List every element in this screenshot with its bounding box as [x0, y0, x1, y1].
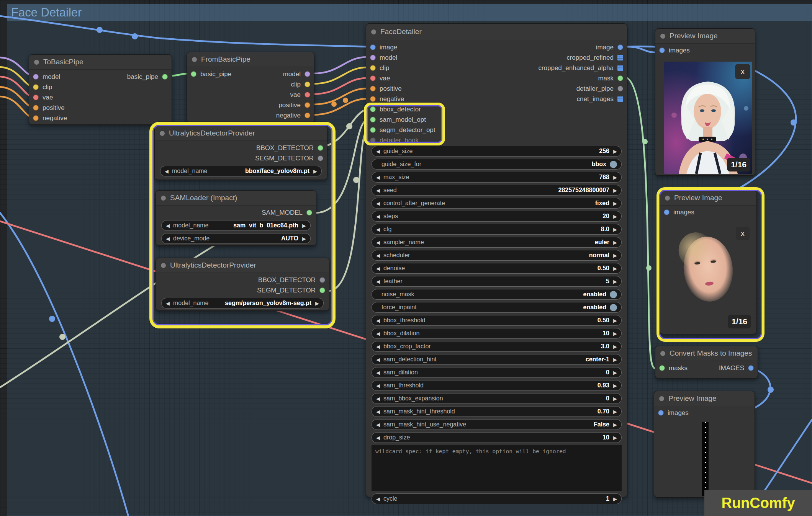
input-slot[interactable]: positive [366, 83, 486, 94]
output-slot[interactable]: SEGM_DETECTOR [155, 153, 327, 163]
input-slot[interactable]: positive [29, 103, 115, 113]
collapse-dot-icon[interactable] [34, 60, 39, 65]
parameter-widget[interactable]: ◀ guide_size 256 ▶ [372, 146, 622, 157]
decrement-arrow-icon[interactable]: ◀ [376, 253, 380, 258]
output-slot[interactable]: positive [225, 100, 314, 110]
input-slot[interactable]: vae [366, 73, 486, 83]
increment-arrow-icon[interactable]: ▶ [302, 223, 306, 228]
node-header[interactable]: Preview Image [660, 191, 756, 206]
increment-arrow-icon[interactable]: ▶ [613, 149, 617, 154]
collapse-dot-icon[interactable] [659, 396, 664, 401]
toggle-dot[interactable] [610, 161, 617, 168]
combo-widget[interactable]: ◀ model_name segm/person_yolov8m-seg.pt … [161, 298, 324, 309]
increment-arrow-icon[interactable]: ▶ [613, 396, 617, 401]
increment-arrow-icon[interactable]: ▶ [613, 253, 617, 258]
parameter-widget[interactable]: ◀ seed 282575248800007 ▶ [372, 185, 622, 196]
increment-arrow-icon[interactable]: ▶ [613, 188, 617, 193]
collapse-dot-icon[interactable] [665, 196, 670, 201]
slot-dot[interactable] [33, 115, 39, 121]
collapse-dot-icon[interactable] [660, 34, 665, 39]
input-slot[interactable]: sam_model_opt [366, 114, 486, 125]
slot-dot[interactable] [370, 44, 376, 50]
parameter-widget[interactable]: ◀ sam_detection_hint center-1 ▶ [372, 354, 622, 365]
slot-dot[interactable] [304, 92, 310, 98]
input-slot[interactable]: negative [29, 113, 115, 123]
slot-dot[interactable] [162, 74, 168, 80]
increment-arrow-icon[interactable]: ▶ [313, 169, 317, 174]
decrement-arrow-icon[interactable]: ◀ [376, 409, 380, 414]
slot-dot[interactable] [319, 287, 325, 293]
group-title-band[interactable]: Face Detailer [7, 4, 812, 21]
slot-dot[interactable] [370, 137, 376, 143]
node-to-basic-pipe[interactable]: ToBasicPipe model clip vae [29, 54, 172, 125]
decrement-arrow-icon[interactable]: ◀ [376, 201, 380, 206]
decrement-arrow-icon[interactable]: ◀ [376, 240, 380, 245]
output-slot[interactable]: clip [225, 79, 314, 90]
parameter-widget[interactable]: ◀ control_after_generate fixed ▶ [372, 198, 622, 209]
decrement-arrow-icon[interactable]: ◀ [166, 236, 170, 241]
decrement-arrow-icon[interactable]: ◀ [376, 435, 380, 440]
slot-dot[interactable] [318, 145, 323, 151]
combo-widget[interactable]: ◀ model_name sam_vit_b_01ec64.pth ▶ [161, 220, 311, 231]
parameter-widget[interactable]: ◀ feather 5 ▶ [372, 276, 622, 287]
node-ultralytics-detector-person[interactable]: UltralyticsDetectorProvider BBOX_DETECTO… [156, 258, 329, 311]
parameter-widget[interactable]: ◀ bbox_dilation 10 ▶ [372, 328, 622, 339]
slot-dot[interactable] [304, 102, 310, 108]
slot-dot[interactable] [617, 75, 623, 81]
input-slot[interactable]: images [660, 207, 756, 217]
collapse-dot-icon[interactable] [161, 263, 166, 268]
slot-dot[interactable] [304, 82, 310, 87]
input-slot[interactable]: vae [29, 92, 115, 103]
node-header[interactable]: UltralyticsDetectorProvider [155, 126, 327, 141]
parameter-widget[interactable]: ◀ cfg 8.0 ▶ [372, 224, 622, 235]
increment-arrow-icon[interactable]: ▶ [613, 422, 617, 427]
output-slot[interactable]: mask [486, 73, 627, 83]
decrement-arrow-icon[interactable]: ◀ [376, 318, 380, 323]
close-image-button[interactable]: x [736, 227, 750, 240]
slot-dot[interactable] [659, 47, 665, 53]
slot-dot[interactable] [306, 210, 312, 216]
slot-dot[interactable] [658, 410, 664, 416]
slot-dot[interactable] [33, 95, 39, 100]
output-slot[interactable]: cropped_enhanced_alpha [486, 63, 627, 73]
parameter-widget[interactable]: ◀ sam_bbox_expansion 0 ▶ [372, 393, 622, 404]
decrement-arrow-icon[interactable]: ◀ [376, 383, 380, 388]
decrement-arrow-icon[interactable]: ◀ [376, 357, 380, 362]
slot-dot[interactable] [33, 84, 39, 90]
output-slot[interactable]: model [225, 69, 314, 79]
parameter-widget[interactable]: ◀ sam_mask_hint_use_negative False ▶ [372, 419, 622, 430]
parameter-widget[interactable]: ◀ sam_mask_hint_threshold 0.70 ▶ [372, 406, 622, 417]
increment-arrow-icon[interactable]: ▶ [315, 301, 319, 306]
increment-arrow-icon[interactable]: ▶ [613, 331, 617, 336]
wildcard-textarea[interactable]: wildcard spec: if kept empty, this optio… [372, 445, 622, 491]
parameter-widget[interactable]: ◀ bbox_crop_factor 3.0 ▶ [372, 341, 622, 352]
increment-arrow-icon[interactable]: ▶ [613, 201, 617, 206]
decrement-arrow-icon[interactable]: ◀ [376, 344, 380, 349]
parameter-widget[interactable]: ◀ denoise 0.50 ▶ [372, 263, 622, 274]
input-slot[interactable]: clip [29, 82, 115, 92]
increment-arrow-icon[interactable]: ▶ [302, 236, 306, 241]
decrement-arrow-icon[interactable]: ◀ [376, 396, 380, 401]
parameter-widget[interactable]: ◀ drop_size 10 ▶ [372, 432, 622, 443]
parameter-widget[interactable]: ◀ steps 20 ▶ [372, 211, 622, 222]
parameter-widget[interactable]: ◀ sampler_name euler ▶ [372, 237, 622, 248]
increment-arrow-icon[interactable]: ▶ [613, 383, 617, 388]
images-slot-dot[interactable] [748, 365, 754, 371]
collapse-dot-icon[interactable] [371, 29, 376, 34]
output-slot[interactable]: SEGM_DETECTOR [156, 285, 329, 296]
slot-dot[interactable] [664, 209, 670, 215]
decrement-arrow-icon[interactable]: ◀ [376, 227, 380, 232]
slot-dot[interactable] [370, 117, 376, 122]
increment-arrow-icon[interactable]: ▶ [613, 435, 617, 440]
toggle-dot[interactable] [610, 291, 617, 298]
decrement-arrow-icon[interactable]: ◀ [376, 266, 380, 271]
node-ultralytics-detector-face[interactable]: UltralyticsDetectorProvider BBOX_DETECTO… [154, 126, 327, 180]
parameter-widget[interactable]: ◀ force_inpaint enabled ▶ [372, 302, 622, 313]
increment-arrow-icon[interactable]: ▶ [613, 227, 617, 232]
slot-dot[interactable] [370, 75, 376, 81]
input-slot[interactable]: images [655, 45, 755, 56]
node-preview-image-mask[interactable]: Preview Image images [654, 391, 755, 498]
collapse-dot-icon[interactable] [161, 196, 166, 201]
collapse-dot-icon[interactable] [192, 57, 197, 62]
collapse-dot-icon[interactable] [660, 351, 665, 356]
